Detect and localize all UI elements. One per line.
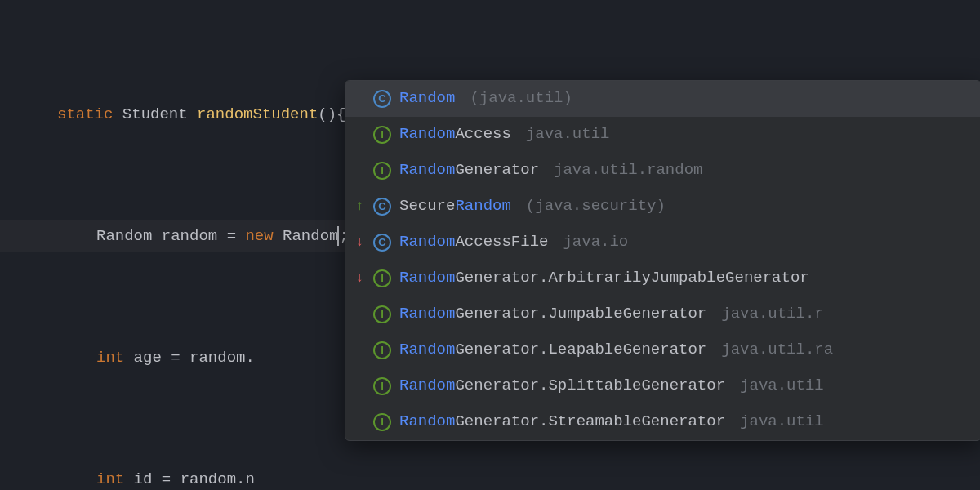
autocomplete-item-package: java.util xyxy=(470,83,572,114)
punctuation: (){ xyxy=(318,100,345,130)
autocomplete-item-name: RandomAccessFile xyxy=(399,227,548,257)
autocomplete-item-name: SecureRandom xyxy=(399,191,511,221)
interface-icon: I xyxy=(373,162,391,180)
autocomplete-item-package: java.util.random xyxy=(554,155,702,185)
code-line: int id = random.n xyxy=(0,465,980,490)
type: Student xyxy=(122,100,188,130)
code-text: id = random.n xyxy=(124,465,255,490)
autocomplete-item[interactable]: IRandomGeneratorjava.util.random xyxy=(345,153,980,189)
keyword: int xyxy=(96,465,124,490)
code-text: age = random. xyxy=(124,343,255,373)
autocomplete-item-package: java.security xyxy=(526,191,666,221)
autocomplete-item-package: java.util xyxy=(740,407,824,437)
autocomplete-item[interactable]: CRandomjava.util xyxy=(345,81,980,117)
autocomplete-item-package: java.util xyxy=(740,371,824,401)
class-icon: C xyxy=(373,198,391,216)
autocomplete-item-name: RandomGenerator.StreamableGenerator xyxy=(399,407,725,437)
code-text: Random random = xyxy=(96,221,245,252)
class-icon: C xyxy=(373,234,391,252)
interface-icon: I xyxy=(373,305,391,323)
keyword: int xyxy=(96,343,124,373)
code-text: Random xyxy=(274,221,339,252)
class-icon: C xyxy=(373,90,391,108)
keyword: static xyxy=(57,100,113,130)
autocomplete-item[interactable]: IRandomGenerator.StreamableGeneratorjava… xyxy=(345,404,980,440)
autocomplete-popup[interactable]: CRandomjava.utilIRandomAccessjava.utilIR… xyxy=(345,80,980,441)
autocomplete-item-package: java.util.ra xyxy=(721,335,833,365)
arrow-down-icon: ↓ xyxy=(354,229,365,256)
autocomplete-item-package: java.util.r xyxy=(721,299,823,329)
interface-icon: I xyxy=(373,413,391,431)
interface-icon: I xyxy=(373,270,391,287)
autocomplete-item-name: Random xyxy=(399,83,455,114)
interface-icon: I xyxy=(373,341,391,359)
autocomplete-item-name: RandomGenerator.ArbitrarilyJumpableGener… xyxy=(399,263,809,293)
autocomplete-item-name: RandomGenerator.SplittableGenerator xyxy=(399,371,725,401)
autocomplete-item-package: java.util xyxy=(526,119,610,149)
autocomplete-item[interactable]: ↑CSecureRandomjava.security xyxy=(345,189,980,225)
autocomplete-item[interactable]: IRandomAccessjava.util xyxy=(345,117,980,153)
method-name: randomStudent xyxy=(197,100,318,130)
autocomplete-item-name: RandomGenerator.LeapableGenerator xyxy=(399,335,706,365)
autocomplete-item[interactable]: IRandomGenerator.LeapableGeneratorjava.u… xyxy=(345,332,980,368)
autocomplete-item[interactable]: IRandomGenerator.JumpableGeneratorjava.u… xyxy=(345,296,980,332)
arrow-down-icon: ↓ xyxy=(354,265,365,292)
autocomplete-item-name: RandomGenerator.JumpableGenerator xyxy=(399,299,706,329)
autocomplete-item[interactable]: ↓IRandomGenerator.ArbitrarilyJumpableGen… xyxy=(345,261,980,296)
arrow-up-icon: ↑ xyxy=(354,193,365,220)
autocomplete-item-name: RandomGenerator xyxy=(399,155,539,185)
autocomplete-item-package: java.io xyxy=(563,227,628,257)
interface-icon: I xyxy=(373,126,391,144)
autocomplete-item[interactable]: IRandomGenerator.SplittableGeneratorjava… xyxy=(345,368,980,404)
autocomplete-item[interactable]: ↓CRandomAccessFilejava.io xyxy=(345,225,980,261)
interface-icon: I xyxy=(373,377,391,395)
keyword: new xyxy=(245,221,273,252)
autocomplete-item-name: RandomAccess xyxy=(399,119,511,149)
